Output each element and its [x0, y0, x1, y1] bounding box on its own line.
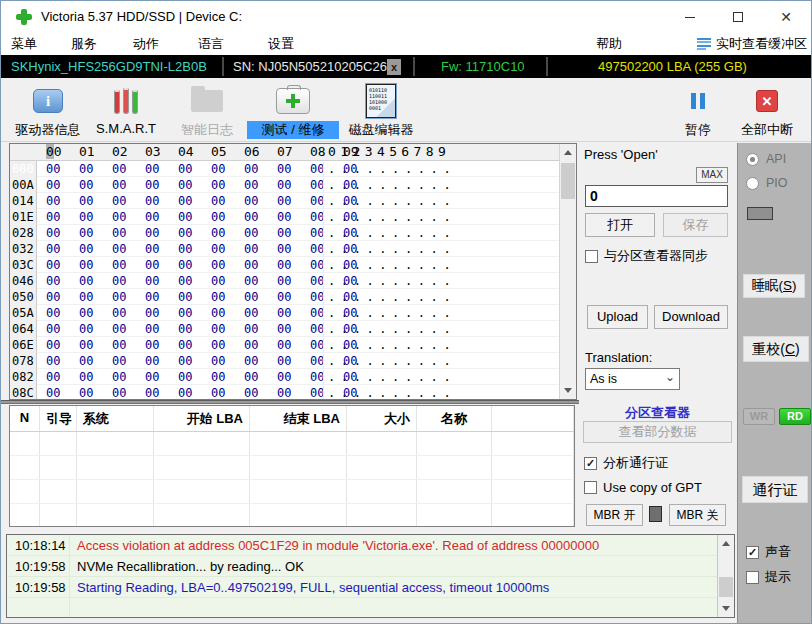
- hex-cell[interactable]: 00: [112, 289, 126, 305]
- serial-close-badge[interactable]: x: [387, 59, 401, 75]
- log-scrollbar[interactable]: [717, 535, 734, 617]
- hex-scrollbar[interactable]: [559, 144, 576, 399]
- menu-item-4[interactable]: 设置: [268, 33, 294, 55]
- hex-cell[interactable]: 00: [277, 209, 291, 225]
- checkbox-unchecked-icon[interactable]: [584, 481, 597, 494]
- hex-cell[interactable]: 00: [244, 161, 258, 177]
- hex-row[interactable]: 07800000000000000000000..........: [10, 353, 576, 369]
- hex-cell[interactable]: 00: [112, 161, 126, 177]
- hex-row[interactable]: 00A00000000000000000000..........: [10, 177, 576, 193]
- hex-cell[interactable]: 00: [79, 161, 93, 177]
- hex-cell[interactable]: 00: [145, 177, 159, 193]
- hex-cell[interactable]: 00: [178, 321, 192, 337]
- hex-cell[interactable]: 00: [112, 321, 126, 337]
- hex-cell[interactable]: 00: [211, 385, 225, 400]
- smart-button[interactable]: S.M.A.R.T: [89, 83, 163, 136]
- hex-cell[interactable]: 00: [211, 193, 225, 209]
- checkbox-checked-icon[interactable]: ✓: [584, 457, 597, 470]
- scroll-up-icon[interactable]: [560, 144, 576, 161]
- hex-cell[interactable]: 00: [112, 209, 126, 225]
- hex-cell[interactable]: 00: [79, 305, 93, 321]
- hex-cell[interactable]: 00: [277, 289, 291, 305]
- hex-cell[interactable]: 00: [178, 193, 192, 209]
- hex-row[interactable]: 05000000000000000000000..........: [10, 289, 576, 305]
- hex-cell[interactable]: 00: [244, 241, 258, 257]
- hex-cell[interactable]: 00: [112, 337, 126, 353]
- hex-cell[interactable]: 00: [145, 353, 159, 369]
- hex-cell[interactable]: 00: [145, 385, 159, 400]
- open-button[interactable]: 打开: [585, 213, 655, 237]
- menu-item-3[interactable]: 语言: [198, 33, 224, 55]
- hex-cell[interactable]: 00: [178, 369, 192, 385]
- hex-row[interactable]: 06400000000000000000000..........: [10, 321, 576, 337]
- hex-cell[interactable]: 00: [112, 305, 126, 321]
- scroll-thumb[interactable]: [561, 163, 575, 199]
- hex-cell[interactable]: 00: [244, 369, 258, 385]
- translation-select[interactable]: As is ⌄: [585, 368, 680, 390]
- hex-row[interactable]: 08200000000000000000000..........: [10, 369, 576, 385]
- partition-viewer-link[interactable]: 分区查看器: [579, 404, 736, 422]
- hex-cell[interactable]: 00: [145, 321, 159, 337]
- hex-cell[interactable]: 00: [145, 193, 159, 209]
- max-button[interactable]: MAX: [696, 167, 728, 183]
- hex-viewer[interactable]: 000102030405060708090123456789 000000000…: [9, 143, 577, 400]
- download-button[interactable]: Download: [654, 305, 728, 329]
- hex-cell[interactable]: 00: [112, 177, 126, 193]
- hex-cell[interactable]: 00: [178, 305, 192, 321]
- hex-cell[interactable]: 00: [211, 353, 225, 369]
- hex-cell[interactable]: 00: [178, 209, 192, 225]
- hex-cell[interactable]: 00: [244, 225, 258, 241]
- hex-cell[interactable]: 00: [277, 161, 291, 177]
- hex-cell[interactable]: 00: [145, 241, 159, 257]
- hex-cell[interactable]: 00: [178, 241, 192, 257]
- mbr-on-button[interactable]: MBR 开: [586, 504, 643, 526]
- partition-table-row[interactable]: [10, 456, 574, 480]
- hex-cell[interactable]: 00: [178, 385, 192, 400]
- hex-cell[interactable]: 00: [79, 225, 93, 241]
- menu-item-2[interactable]: 动作: [133, 33, 159, 55]
- hex-cell[interactable]: 00: [112, 225, 126, 241]
- menu-help[interactable]: 帮助: [596, 33, 622, 55]
- disk-editor-button[interactable]: 0101101100111010000001 磁盘编辑器: [341, 83, 421, 139]
- hex-cell[interactable]: 00: [79, 241, 93, 257]
- hex-row[interactable]: 02800000000000000000000..........: [10, 225, 576, 241]
- hex-cell[interactable]: 00: [211, 225, 225, 241]
- hex-cell[interactable]: 00: [46, 385, 60, 400]
- hex-cell[interactable]: 00: [79, 337, 93, 353]
- sleep-button[interactable]: 睡眠(S): [743, 274, 805, 298]
- hex-cell[interactable]: 00: [112, 193, 126, 209]
- sync-partition-checkbox[interactable]: 与分区查看器同步: [585, 247, 708, 265]
- abort-all-button[interactable]: ✕ 全部中断: [735, 83, 799, 139]
- hex-cell[interactable]: 00: [211, 161, 225, 177]
- test-repair-button[interactable]: 测试 / 维修: [247, 83, 339, 139]
- hex-cell[interactable]: 00: [244, 289, 258, 305]
- recalibrate-button[interactable]: 重校(C): [743, 336, 809, 362]
- hex-cell[interactable]: 00: [112, 273, 126, 289]
- menu-item-0[interactable]: 菜单: [11, 33, 37, 55]
- checkbox-unchecked-icon[interactable]: [746, 571, 759, 584]
- mbr-off-button[interactable]: MBR 关: [669, 504, 726, 526]
- hex-cell[interactable]: 00: [79, 177, 93, 193]
- hex-cell[interactable]: 00: [79, 257, 93, 273]
- hex-cell[interactable]: 00: [112, 241, 126, 257]
- hex-cell[interactable]: 00: [211, 209, 225, 225]
- hex-cell[interactable]: 00: [46, 273, 60, 289]
- hex-cell[interactable]: 00: [178, 257, 192, 273]
- hex-cell[interactable]: 00: [79, 353, 93, 369]
- upload-button[interactable]: Upload: [587, 305, 648, 329]
- hex-cell[interactable]: 00: [79, 321, 93, 337]
- hex-cell[interactable]: 00: [277, 225, 291, 241]
- hex-cell[interactable]: 00: [112, 257, 126, 273]
- hex-cell[interactable]: 00: [277, 257, 291, 273]
- hex-cell[interactable]: 00: [244, 257, 258, 273]
- pass-button[interactable]: 通行证: [742, 476, 808, 503]
- hex-cell[interactable]: 00: [46, 225, 60, 241]
- minimize-button[interactable]: [667, 1, 713, 33]
- hex-row[interactable]: 01E00000000000000000000..........: [10, 209, 576, 225]
- hex-cell[interactable]: 00: [277, 337, 291, 353]
- hex-cell[interactable]: 00: [178, 177, 192, 193]
- pause-button[interactable]: 暂停: [673, 83, 723, 139]
- hex-cell[interactable]: 00: [145, 289, 159, 305]
- hex-cell[interactable]: 00: [244, 353, 258, 369]
- hex-cell[interactable]: 00: [79, 385, 93, 400]
